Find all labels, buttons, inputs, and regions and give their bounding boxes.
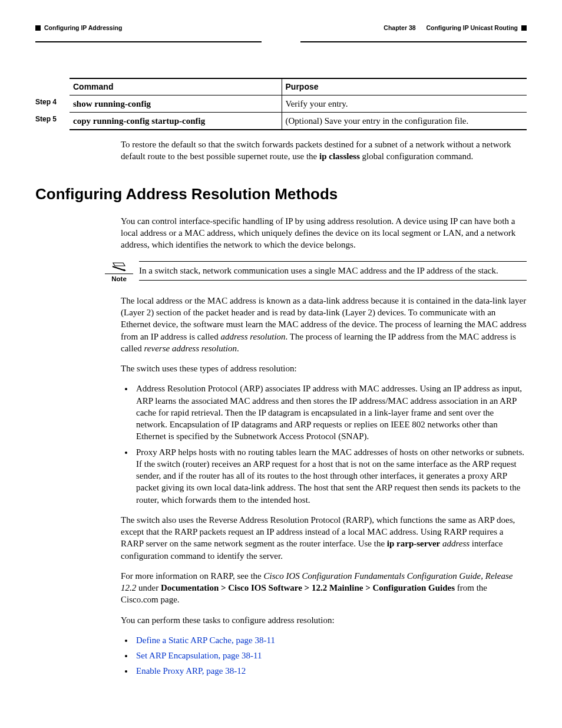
paragraph-more: For more information on RARP, see the Ci… (121, 570, 527, 606)
link-proxy-arp[interactable]: Enable Proxy ARP, page 38-12 (136, 666, 246, 676)
header-square-icon (35, 25, 41, 31)
link-static-arp[interactable]: Define a Static ARP Cache, page 38-11 (136, 635, 275, 645)
list-item: Proxy ARP helps hosts with no routing ta… (134, 446, 527, 506)
paragraph-restore: To restore the default so that the switc… (121, 139, 527, 163)
step-label: Step 4 (35, 95, 70, 112)
table-row: Step 5 copy running-config startup-confi… (35, 112, 527, 130)
purpose-cell: (Optional) Save your entry in the config… (282, 112, 527, 130)
command-table: Command Purpose Step 4 show running-conf… (35, 78, 527, 130)
header-chapter: Chapter 38 (384, 24, 415, 32)
th-command: Command (70, 78, 282, 95)
header-right-text: Configuring IP Unicast Routing (426, 24, 518, 32)
note-block: Note In a switch stack, network communic… (105, 261, 527, 284)
note-icon: Note (105, 261, 133, 284)
svg-line-0 (113, 266, 125, 271)
list-item: Address Resolution Protocol (ARP) associ… (134, 383, 527, 442)
paragraph-intro: You can control interface-specific handl… (121, 215, 527, 251)
header-left-text: Configuring IP Addressing (44, 24, 122, 32)
paragraph-tasks: You can perform these tasks to configure… (121, 614, 527, 626)
list-item: Enable Proxy ARP, page 38-12 (134, 665, 527, 677)
command-cell: copy running-config startup-config (70, 112, 282, 130)
th-purpose: Purpose (282, 78, 527, 95)
table-row: Step 4 show running-config Verify your e… (35, 95, 527, 112)
command-cell: show running-config (70, 95, 282, 112)
page-header: Configuring IP Addressing Chapter 38 Con… (35, 24, 527, 42)
purpose-cell: Verify your entry. (282, 95, 527, 112)
list-item: Set ARP Encapsulation, page 38-11 (134, 650, 527, 661)
link-arp-encap[interactable]: Set ARP Encapsulation, page 38-11 (136, 651, 262, 660)
paragraph-types: The switch uses these types of address r… (121, 363, 527, 374)
header-square-icon (521, 25, 527, 31)
link-list: Define a Static ARP Cache, page 38-11 Se… (121, 634, 527, 677)
note-text: In a switch stack, network communication… (139, 261, 527, 280)
bullet-list: Address Resolution Protocol (ARP) associ… (121, 383, 527, 506)
list-item: Define a Static ARP Cache, page 38-11 (134, 634, 527, 646)
section-heading: Configuring Address Resolution Methods (35, 184, 527, 205)
paragraph-rarp: The switch also uses the Reverse Address… (121, 514, 527, 562)
paragraph-local: The local address or the MAC address is … (121, 295, 527, 354)
step-label: Step 5 (35, 112, 70, 130)
